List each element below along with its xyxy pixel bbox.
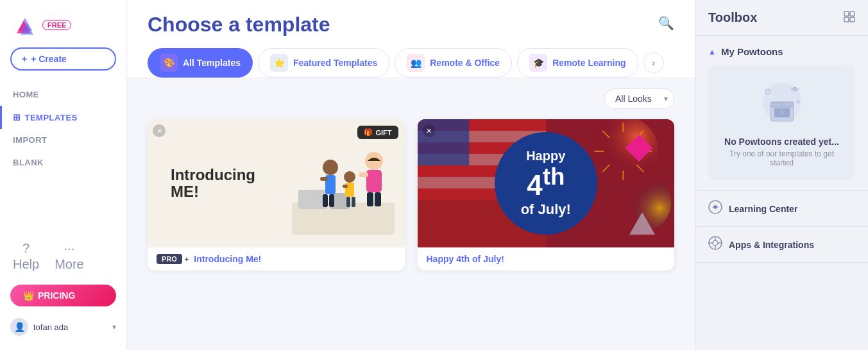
more-button[interactable]: ··· More: [55, 241, 84, 272]
free-badge: FREE: [42, 20, 71, 30]
search-button[interactable]: 🔍: [658, 15, 674, 31]
thumb-bg-introducing: ✕ 🎁 GIFT IntroducingME!: [148, 119, 405, 247]
july-happy-text: Happy: [521, 149, 571, 163]
svg-point-48: [765, 89, 770, 94]
pricing-button[interactable]: 👑 PRICING: [10, 285, 116, 306]
close-template-button[interactable]: ✕: [153, 124, 166, 137]
thumb-bg-july: ✕ Happy 4th of July!: [418, 119, 675, 247]
apps-icon-svg: [708, 236, 722, 250]
toolbox-title: Toolbox: [708, 10, 757, 25]
sidebar-item-import[interactable]: IMPORT: [0, 129, 126, 151]
tab-featured-templates[interactable]: ⭐ Featured Templates: [258, 48, 389, 78]
tab-remote-office-label: Remote & Office: [430, 58, 500, 68]
avatar: 👤: [10, 318, 28, 336]
svg-rect-41: [850, 17, 855, 22]
svg-rect-40: [844, 17, 849, 22]
main-header: Choose a template 🔍 🎨 All Templates ⭐ Fe…: [127, 0, 695, 78]
svg-rect-5: [320, 177, 328, 181]
svg-rect-17: [375, 192, 381, 206]
templates-grid: ✕ 🎁 GIFT IntroducingME!: [148, 119, 674, 271]
july-circle: Happy 4th of July!: [495, 132, 597, 235]
sidebar-item-templates[interactable]: ⊞TEMPLATES: [0, 106, 126, 129]
svg-point-47: [779, 110, 785, 115]
template-name-introducing-me: Introducing Me!: [194, 254, 261, 264]
svg-point-55: [713, 240, 718, 246]
learning-center-label: Learning Center: [729, 204, 797, 214]
empty-box-illustration: [756, 78, 808, 129]
empty-state-subtitle: Try one of our templates to get started: [721, 149, 842, 167]
template-footer-july: Happy 4th of July!: [418, 247, 675, 271]
user-profile-row[interactable]: 👤 tofan ada ▾: [0, 312, 126, 342]
apps-integrations-link[interactable]: Apps & Integrations: [695, 227, 868, 263]
sidebar-item-blank[interactable]: BLANK: [0, 151, 126, 174]
filter-wrapper: All Looks Classic Modern Minimalist: [604, 88, 674, 109]
close-july-button[interactable]: ✕: [423, 124, 436, 137]
july-fourth-text: 4th: [521, 163, 571, 201]
tab-all-templates-label: All Templates: [183, 58, 241, 68]
help-button[interactable]: ? Help: [13, 241, 39, 272]
svg-rect-14: [366, 170, 382, 192]
apps-integrations-icon: [708, 236, 722, 253]
looks-filter-select[interactable]: All Looks Classic Modern Minimalist: [604, 88, 674, 109]
my-powtoons-header[interactable]: ▲ My Powtoons: [708, 46, 855, 57]
create-button[interactable]: + + Create: [10, 47, 116, 71]
user-chevron-down-icon: ▾: [112, 322, 116, 331]
crown-icon: 👑: [23, 290, 34, 301]
apps-integrations-label: Apps & Integrations: [729, 240, 814, 250]
gift-icon: 🎁: [364, 128, 373, 137]
plus-badge: +: [185, 255, 189, 263]
toolbox-header: Toolbox: [695, 10, 868, 36]
logo-area: FREE: [0, 8, 126, 47]
gift-label: GIFT: [375, 129, 391, 137]
user-name: tofan ada: [33, 322, 68, 332]
svg-rect-6: [323, 194, 328, 207]
main-body: All Looks Classic Modern Minimalist ✕ 🎁 …: [127, 78, 695, 350]
featured-templates-tab-icon: ⭐: [270, 54, 288, 72]
tab-remote-learning[interactable]: 🎓 Remote Learning: [517, 48, 638, 78]
tab-all-templates[interactable]: 🎨 All Templates: [148, 48, 253, 78]
templates-nav-label: TEMPLATES: [25, 113, 78, 122]
learning-center-link[interactable]: Learning Center: [695, 191, 868, 227]
svg-rect-11: [346, 197, 350, 207]
remote-office-tab-icon: 👥: [407, 54, 425, 72]
svg-rect-16: [367, 192, 373, 206]
page-title: Choose a template: [148, 13, 674, 37]
tab-featured-templates-label: Featured Templates: [293, 58, 377, 68]
svg-point-8: [344, 171, 355, 183]
my-powtoons-empty-state: No Powtoons created yet... Try one of ou…: [708, 65, 855, 180]
learning-center-icon: [708, 200, 722, 217]
remote-learning-tab-icon: 🎓: [529, 54, 547, 72]
sidebar-bottom-tools: ? Help ··· More: [0, 233, 126, 279]
svg-rect-38: [844, 12, 849, 16]
pricing-label: PRICING: [38, 290, 75, 301]
gift-badge: 🎁 GIFT: [357, 126, 398, 139]
svg-point-53: [714, 206, 717, 208]
svg-rect-15: [359, 172, 368, 177]
main-content: Choose a template 🔍 🎨 All Templates ⭐ Fe…: [127, 0, 695, 350]
svg-rect-7: [329, 194, 334, 207]
characters-illustration: [292, 132, 395, 235]
my-powtoons-label: My Powtoons: [721, 46, 783, 57]
svg-point-50: [797, 101, 799, 103]
create-plus-icon: +: [22, 54, 27, 64]
tab-remote-learning-label: Remote Learning: [552, 58, 625, 68]
tabs-next-button[interactable]: ›: [643, 53, 664, 73]
july-of-text: of July!: [521, 201, 571, 218]
template-card-july[interactable]: ✕ Happy 4th of July!: [418, 119, 675, 271]
svg-rect-12: [352, 197, 355, 207]
graduation-icon-svg: [708, 200, 722, 214]
template-thumb-introducing-me: ✕ 🎁 GIFT IntroducingME!: [148, 119, 405, 247]
tab-remote-office[interactable]: 👥 Remote & Office: [395, 48, 512, 78]
question-mark-icon: ?: [22, 241, 30, 256]
template-footer-introducing-me: PRO + Introducing Me!: [148, 247, 405, 271]
template-card-introducing-me[interactable]: ✕ 🎁 GIFT IntroducingME!: [148, 119, 405, 271]
pro-badge: PRO: [157, 254, 182, 264]
template-tabs-row: 🎨 All Templates ⭐ Featured Templates 👥 R…: [148, 48, 674, 78]
dots-icon: ···: [64, 241, 75, 256]
sidebar-item-home[interactable]: HOME: [0, 83, 126, 106]
filter-row: All Looks Classic Modern Minimalist: [148, 88, 674, 109]
expand-icon[interactable]: [844, 11, 855, 25]
july-text: Happy 4th of July!: [521, 149, 571, 218]
avatar-icon: 👤: [14, 322, 25, 332]
powtoon-logo-icon: [13, 13, 37, 37]
